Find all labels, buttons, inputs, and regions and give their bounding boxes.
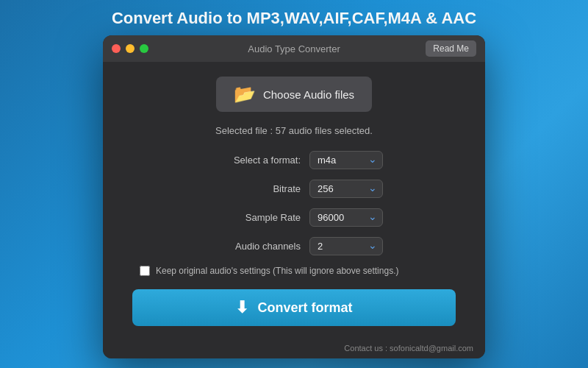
choose-audio-button[interactable]: 📂 Choose Audio files bbox=[216, 77, 372, 112]
audio-channels-row: Audio channels 1 2 bbox=[132, 237, 456, 255]
bitrate-select[interactable]: 128 192 256 320 bbox=[309, 180, 383, 198]
convert-label: Convert format bbox=[257, 300, 352, 316]
app-window: Audio Type Converter Read Me 📂 Choose Au… bbox=[103, 35, 485, 358]
format-select[interactable]: mp3 wav aif caf m4a aac bbox=[309, 151, 383, 169]
choose-btn-wrapper: 📂 Choose Audio files bbox=[132, 77, 456, 112]
sample-rate-label: Sample Rate bbox=[205, 212, 301, 223]
download-icon: ⬇ bbox=[235, 298, 248, 317]
read-me-button[interactable]: Read Me bbox=[426, 40, 476, 57]
sample-rate-select-wrapper: 44100 48000 96000 bbox=[309, 208, 383, 227]
titlebar: Audio Type Converter Read Me bbox=[103, 35, 485, 62]
choose-audio-label: Choose Audio files bbox=[263, 88, 354, 101]
audio-channels-select[interactable]: 1 2 bbox=[309, 237, 383, 255]
selected-file-info: Selected file : 57 audio files selected. bbox=[132, 125, 456, 136]
page-title: Convert Audio to MP3,WAV,AIF,CAF,M4A & A… bbox=[0, 0, 588, 35]
maximize-button[interactable] bbox=[140, 44, 148, 53]
minimize-button[interactable] bbox=[126, 44, 135, 53]
sample-rate-select[interactable]: 44100 48000 96000 bbox=[309, 208, 383, 227]
keep-original-checkbox[interactable] bbox=[140, 266, 150, 276]
bitrate-label: Bitrate bbox=[205, 183, 301, 194]
format-row: Select a format: mp3 wav aif caf m4a aac bbox=[132, 151, 456, 169]
format-select-wrapper: mp3 wav aif caf m4a aac bbox=[309, 151, 383, 169]
footer: Contact us : sofonicaltd@gmail.com bbox=[103, 338, 485, 358]
format-label: Select a format: bbox=[205, 155, 301, 166]
bitrate-row: Bitrate 128 192 256 320 bbox=[132, 180, 456, 198]
sample-rate-row: Sample Rate 44100 48000 96000 bbox=[132, 208, 456, 227]
convert-button[interactable]: ⬇ Convert format bbox=[132, 289, 456, 326]
traffic-lights bbox=[112, 44, 148, 53]
audio-channels-label: Audio channels bbox=[205, 241, 301, 252]
window-title: Audio Type Converter bbox=[248, 43, 340, 54]
keep-original-row: Keep original audio's settings (This wil… bbox=[132, 266, 456, 276]
bitrate-select-wrapper: 128 192 256 320 bbox=[309, 180, 383, 198]
main-content: 📂 Choose Audio files Selected file : 57 … bbox=[103, 62, 485, 338]
keep-original-label: Keep original audio's settings (This wil… bbox=[156, 266, 398, 276]
audio-channels-select-wrapper: 1 2 bbox=[309, 237, 383, 255]
folder-icon: 📂 bbox=[234, 84, 256, 105]
contact-info: Contact us : sofonicaltd@gmail.com bbox=[344, 344, 473, 353]
close-button[interactable] bbox=[112, 44, 121, 53]
